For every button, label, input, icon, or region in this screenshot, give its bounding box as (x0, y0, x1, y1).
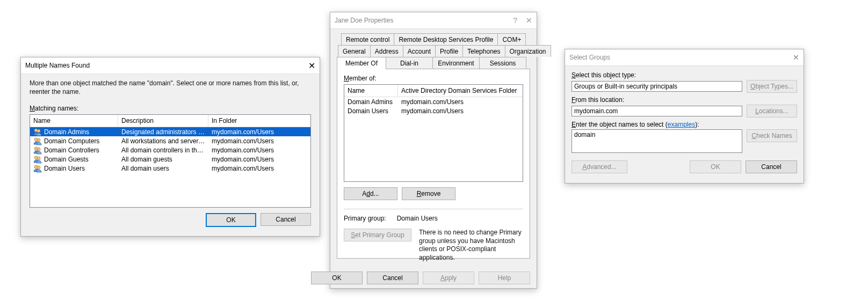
list-item[interactable]: Domain Usersmydomain.com/Users (344, 106, 523, 115)
matching-names-label: Matching names: (30, 105, 311, 112)
advanced-button[interactable]: Advanced... (572, 160, 627, 173)
multiple-names-found-dialog: Multiple Names Found ✕ More than one obj… (20, 57, 320, 237)
col-name[interactable]: Name (344, 85, 398, 97)
tab-address[interactable]: Address (370, 45, 403, 57)
location-label: From this location: (572, 96, 797, 104)
primary-group-label: Primary group: (344, 215, 386, 222)
list-item[interactable]: Domain GuestsAll domain guestsmydomain.c… (30, 155, 310, 164)
ok-button[interactable]: OK (311, 272, 363, 284)
tab-remote-desktop-services-profile[interactable]: Remote Desktop Services Profile (394, 33, 498, 45)
object-type-label: Select this object type: (572, 71, 797, 79)
divider (344, 209, 523, 209)
col-adds-folder[interactable]: Active Directory Domain Services Folder (398, 85, 523, 97)
col-in-folder[interactable]: In Folder (208, 115, 305, 127)
ok-button[interactable]: OK (690, 160, 741, 173)
close-icon[interactable]: ✕ (793, 53, 799, 62)
group-icon (33, 155, 42, 164)
examples-link[interactable]: examples (668, 121, 695, 128)
member-of-listview[interactable]: Name Active Directory Domain Services Fo… (344, 84, 523, 182)
window-title: Select Groups (569, 54, 610, 61)
tab-general[interactable]: General (338, 45, 371, 57)
check-names-button[interactable]: Check Names (747, 129, 797, 142)
help-icon[interactable]: ? (513, 16, 517, 25)
user-properties-dialog: Jane Doe Properties ? ✕ Remote controlRe… (330, 12, 537, 289)
close-icon[interactable]: ✕ (308, 61, 315, 71)
col-name[interactable]: Name (30, 115, 118, 127)
matching-names-listview[interactable]: Name Description In Folder Domain Admins… (30, 114, 311, 208)
list-item[interactable]: Domain ControllersAll domain controllers… (30, 145, 310, 155)
cancel-button[interactable]: Cancel (261, 213, 311, 226)
titlebar: Jane Doe Properties ? ✕ (330, 12, 537, 29)
ok-button[interactable]: OK (206, 213, 256, 227)
tab-com-[interactable]: COM+ (497, 33, 526, 45)
add-button[interactable]: Add... (344, 187, 397, 200)
location-field[interactable]: mydomain.com (572, 106, 742, 116)
tab-page-member-of: Member of: Name Active Directory Domain … (337, 69, 530, 259)
window-title: Jane Doe Properties (335, 17, 393, 24)
window-title: Multiple Names Found (25, 62, 90, 69)
primary-group-value: Domain Users (397, 215, 438, 222)
group-icon (33, 128, 42, 136)
list-item[interactable]: Domain Adminsmydomain.com/Users (344, 97, 523, 106)
tab-profile[interactable]: Profile (435, 45, 463, 57)
set-primary-group-button: Set Primary Group (344, 229, 411, 241)
tab-account[interactable]: Account (403, 45, 436, 57)
listview-header[interactable]: Name Description In Folder (30, 115, 310, 127)
select-groups-dialog: Select Groups ✕ Select this object type:… (565, 49, 804, 184)
list-item[interactable]: Domain UsersAll domain usersmydomain.com… (30, 164, 310, 173)
tabs: Remote controlRemote Desktop Services Pr… (337, 33, 530, 259)
enter-names-label: Enter the object names to select (exampl… (572, 121, 797, 128)
locations-button[interactable]: Locations... (747, 105, 797, 118)
help-button: Help (479, 272, 530, 284)
member-of-label: Member of: (344, 75, 523, 82)
tab-environment[interactable]: Environment (432, 57, 480, 69)
titlebar: Select Groups ✕ (565, 49, 804, 66)
tab-sessions[interactable]: Sessions (479, 57, 526, 69)
tab-member-of[interactable]: Member Of (337, 57, 386, 69)
col-description[interactable]: Description (118, 115, 208, 127)
tab-organization[interactable]: Organization (505, 45, 551, 57)
apply-button: Apply (423, 272, 474, 284)
cancel-button[interactable]: Cancel (746, 160, 797, 173)
object-type-field[interactable]: Groups or Built-in security principals (572, 81, 742, 92)
group-icon (33, 164, 42, 173)
primary-group-note: There is no need to change Primary group… (419, 229, 523, 262)
tab-telephones[interactable]: Telephones (462, 45, 505, 57)
tab-remote-control[interactable]: Remote control (341, 33, 394, 45)
object-types-button[interactable]: Object Types... (747, 80, 797, 93)
object-names-textarea[interactable]: domain (572, 129, 742, 153)
tab-dial-in[interactable]: Dial-in (386, 57, 433, 69)
close-icon[interactable]: ✕ (526, 16, 532, 25)
list-item[interactable]: Domain AdminsDesignated administrators o… (30, 127, 310, 136)
titlebar: Multiple Names Found ✕ (21, 57, 320, 74)
instruction-text: More than one object matched the name "d… (30, 79, 311, 96)
group-icon (33, 137, 42, 145)
cancel-button[interactable]: Cancel (367, 272, 418, 284)
remove-button[interactable]: Remove (402, 187, 455, 200)
list-item[interactable]: Domain ComputersAll workstations and ser… (30, 136, 310, 145)
matching-names-label-text: atching names: (35, 105, 78, 112)
listview-header[interactable]: Name Active Directory Domain Services Fo… (344, 85, 523, 97)
group-icon (33, 146, 42, 155)
